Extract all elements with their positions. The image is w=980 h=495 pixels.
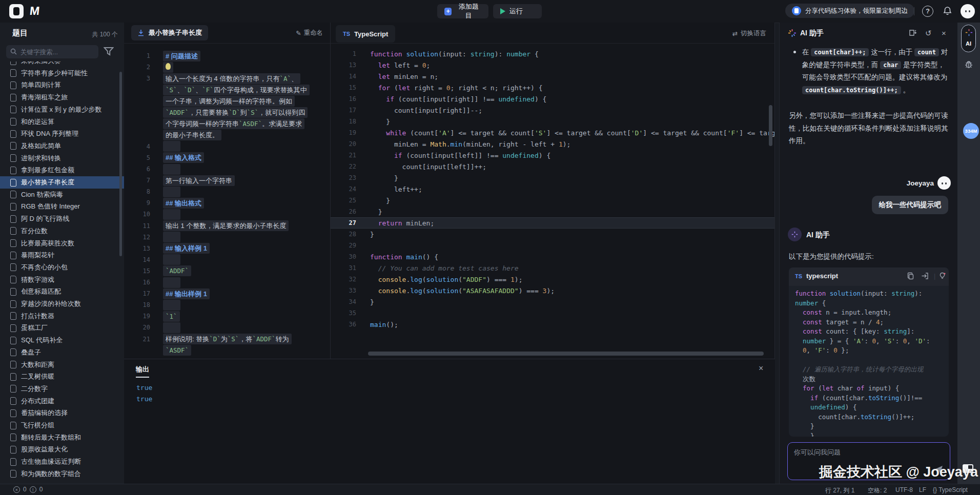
- share-banner-button[interactable]: 分享代码练习体验，领限量定制周边: [785, 4, 914, 18]
- sidebar-item[interactable]: 比赛最高获胜次数: [0, 237, 124, 250]
- sidebar-item[interactable]: 番茄编辑的选择: [0, 407, 124, 419]
- sidebar-item[interactable]: 进制求和转换: [0, 152, 124, 164]
- markdown-line[interactable]: 21样例说明: 替换`D`为`S`，将`ADDF`转为: [124, 334, 330, 345]
- sidebar-item[interactable]: 阿 D 的飞行路线: [0, 213, 124, 225]
- markdown-line[interactable]: 10: [124, 209, 330, 220]
- code-line[interactable]: 30function main() {: [331, 251, 774, 262]
- code-vertical-scrollbar[interactable]: [769, 105, 772, 146]
- markdown-line[interactable]: 个字母词频一样的字符串`ASDF`。求满足要求: [124, 118, 330, 130]
- markdown-line[interactable]: 5## 输入格式: [124, 152, 330, 163]
- code-line[interactable]: 25 }: [331, 195, 774, 206]
- sidebar-item[interactable]: 环状 DNA 序列整理: [0, 128, 124, 140]
- markdown-line[interactable]: 4: [124, 141, 330, 152]
- search-input[interactable]: [19, 46, 97, 59]
- sidebar-item[interactable]: RGB 色值转 Integer: [0, 200, 124, 213]
- code-line[interactable]: 33 console.log(solution("ASAFASAFADDD") …: [331, 285, 774, 296]
- markdown-line[interactable]: 一个子串，调整为词频一样的字符串。例如: [124, 95, 330, 107]
- add-question-button[interactable]: 添加题目: [437, 4, 488, 18]
- history-icon[interactable]: ↺: [925, 29, 932, 38]
- markdown-line[interactable]: 17## 输出样例 1: [124, 288, 330, 299]
- run-button[interactable]: 运行: [493, 4, 542, 18]
- code-line[interactable]: 16 if (count[input[right]] !== undefined…: [331, 93, 774, 105]
- sidebar-item[interactable]: 及格如此简单: [0, 140, 124, 152]
- code-line[interactable]: 24 left++;: [331, 183, 774, 195]
- app-logo-icon[interactable]: [9, 4, 24, 18]
- sidebar-item[interactable]: 飞行棋分组: [0, 419, 124, 431]
- markdown-line[interactable]: 12: [124, 232, 330, 243]
- close-icon[interactable]: ×: [942, 29, 946, 37]
- sidebar-item[interactable]: 暴雨梨花针: [0, 249, 124, 261]
- markdown-line[interactable]: 3输入一个长度为 4 倍数的字符串，只有`A`、: [124, 73, 330, 84]
- code-line[interactable]: 31 // You can add more test cases here: [331, 262, 774, 274]
- markdown-line[interactable]: `ADDF`，只需要替换`D`到`S`，就可以得到四: [124, 107, 330, 118]
- code-line[interactable]: 32 console.log(solution("ADDF") === 1);: [331, 274, 774, 285]
- code-line[interactable]: 21 if (count[input[left]] !== undefined)…: [331, 150, 774, 161]
- markdown-line[interactable]: 16: [124, 277, 330, 288]
- sidebar-item[interactable]: 股票收益最大化: [0, 443, 124, 456]
- sidebar-item[interactable]: 二叉树供暖: [0, 370, 124, 383]
- sidebar-item[interactable]: 蛋糕工厂: [0, 322, 124, 334]
- ai-widget-button[interactable]: AI: [961, 25, 976, 52]
- insert-code-icon[interactable]: [921, 272, 929, 280]
- help-icon[interactable]: [922, 6, 933, 17]
- code-line[interactable]: 27 return minLen;: [331, 217, 774, 229]
- code-line[interactable]: 20 minLen = Math.min(minLen, right - lef…: [331, 138, 774, 150]
- sidebar-item[interactable]: 拿到最多红包金额: [0, 164, 124, 176]
- code-line[interactable]: 26 }: [331, 206, 774, 217]
- markdown-line[interactable]: 13## 输入样例 1: [124, 243, 330, 254]
- sidebar-item[interactable]: 翻转后最大子数组和: [0, 431, 124, 444]
- search-box[interactable]: [6, 45, 98, 58]
- markdown-line[interactable]: `S`、`D`、`F`四个字母构成，现要求替换其中: [124, 84, 330, 95]
- notification-bell-icon[interactable]: [942, 6, 953, 16]
- sidebar-item[interactable]: 简单四则计算: [0, 79, 124, 91]
- lightbulb-icon[interactable]: [938, 272, 946, 280]
- rename-button[interactable]: ✎ 重命名: [296, 29, 323, 37]
- markdown-line[interactable]: 8: [124, 186, 330, 197]
- sidebar-item[interactable]: 和的逆运算: [0, 116, 124, 128]
- code-horizontal-scrollbar[interactable]: [368, 352, 764, 356]
- markdown-line[interactable]: 2: [124, 61, 330, 73]
- markdown-line[interactable]: 的最小子串长度。: [124, 130, 330, 141]
- code-line[interactable]: 22 count[input[left]]++;: [331, 161, 774, 172]
- code-line[interactable]: 19 while (count['A'] <= target && count[…: [331, 127, 774, 138]
- markdown-line[interactable]: 19`1`: [124, 311, 330, 322]
- code-line[interactable]: 15 for (let right = 0; right < n; right+…: [331, 82, 774, 93]
- sidebar-item[interactable]: 字符串有多少种可能性: [0, 67, 124, 79]
- markdown-line[interactable]: 20: [124, 322, 330, 333]
- sidebar-item[interactable]: 青海湖租车之旅: [0, 91, 124, 104]
- code-line[interactable]: 18 }: [331, 116, 774, 127]
- markdown-line[interactable]: `ASDF`: [124, 345, 330, 356]
- counter-badge[interactable]: 334M: [963, 123, 979, 139]
- filter-icon[interactable]: [104, 47, 114, 56]
- markdown-line[interactable]: 6: [124, 163, 330, 175]
- code-line[interactable]: 14 let minLen = n;: [331, 71, 774, 82]
- sidebar-item[interactable]: 古生物血缘远近判断: [0, 456, 124, 468]
- sidebar-item[interactable]: 最小替换子串长度: [0, 176, 124, 189]
- new-chat-icon[interactable]: [909, 29, 917, 37]
- problem-markdown-editor[interactable]: 1# 问题描述23输入一个长度为 4 倍数的字符串，只有`A`、`S`、`D`、…: [124, 43, 330, 359]
- code-line[interactable]: 36main();: [331, 319, 774, 330]
- sidebar-item[interactable]: 大数和距离: [0, 359, 124, 371]
- sidebar-item[interactable]: 叠盘子: [0, 346, 124, 359]
- sidebar-item[interactable]: 穿越沙漠的补给次数: [0, 298, 124, 310]
- indentation-setting[interactable]: 空格: 2: [868, 486, 887, 495]
- markdown-line[interactable]: 15`ADDF`: [124, 265, 330, 277]
- sidebar-item[interactable]: 创意标题匹配: [0, 285, 124, 298]
- problem-title-button[interactable]: 最小替换子串长度: [131, 25, 208, 40]
- sidebar-item[interactable]: 不再贪心的小包: [0, 261, 124, 274]
- sidebar-item[interactable]: 计算位置 x 到 y 的最少步数: [0, 104, 124, 116]
- sidebar-item[interactable]: 猜数字游戏: [0, 274, 124, 286]
- sidebar-item[interactable]: 百分位数: [0, 225, 124, 237]
- sidebar-item[interactable]: 分布式团建: [0, 395, 124, 407]
- markdown-line[interactable]: 18: [124, 299, 330, 311]
- encoding-setting[interactable]: UTF-8: [895, 486, 913, 493]
- markdown-line[interactable]: 14: [124, 254, 330, 265]
- bug-report-icon[interactable]: [964, 59, 974, 70]
- code-line[interactable]: 23 }: [331, 172, 774, 183]
- code-line[interactable]: 29: [331, 240, 774, 251]
- code-line[interactable]: 35: [331, 307, 774, 319]
- eol-setting[interactable]: LF: [919, 486, 926, 493]
- language-mode[interactable]: {} TypeScript: [933, 486, 968, 493]
- sidebar-item[interactable]: Cion 勒索病毒: [0, 189, 124, 201]
- tab-typescript[interactable]: TS TypeScript: [336, 25, 395, 43]
